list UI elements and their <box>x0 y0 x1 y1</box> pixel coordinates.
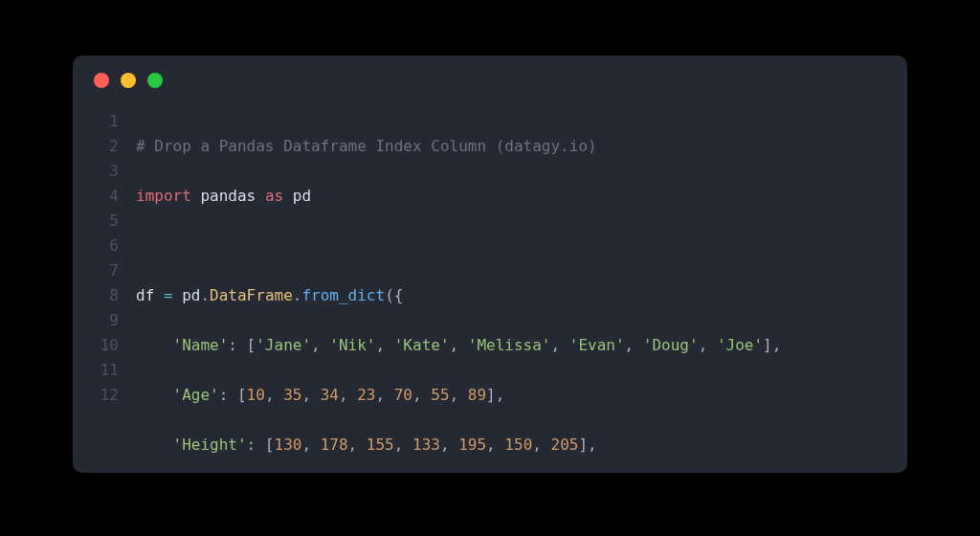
keyword: import <box>136 187 191 205</box>
line-number-gutter: 1 2 3 4 5 6 7 8 9 10 11 12 <box>73 109 130 473</box>
module: pandas <box>200 187 256 205</box>
minimize-icon[interactable] <box>121 73 136 88</box>
close-icon[interactable] <box>94 73 109 88</box>
comment: # Drop a Pandas Dataframe Index Column (… <box>136 137 597 155</box>
code-window: 1 2 3 4 5 6 7 8 9 10 11 12 # Drop a Pand… <box>73 56 907 473</box>
alias: pd <box>293 187 311 205</box>
line-number: 10 <box>73 333 119 358</box>
code-line: df = pd.DataFrame.from_dict({ <box>136 283 907 308</box>
code-line: import pandas as pd <box>136 184 907 209</box>
zoom-icon[interactable] <box>147 73 163 88</box>
line-number: 3 <box>73 159 119 184</box>
code-line: # Drop a Pandas Dataframe Index Column (… <box>136 134 907 159</box>
code-line: 'Age': [10, 35, 34, 23, 70, 55, 89], <box>136 383 907 408</box>
line-number: 5 <box>73 209 119 234</box>
line-number: 11 <box>73 358 119 383</box>
code-line: 'Name': ['Jane', 'Nik', 'Kate', 'Melissa… <box>136 333 907 358</box>
line-number: 8 <box>73 283 119 308</box>
code-line: 'Height': [130, 178, 155, 133, 195, 150,… <box>136 433 907 458</box>
keyword: as <box>265 187 283 205</box>
line-number: 2 <box>73 134 119 159</box>
code-line <box>136 234 907 258</box>
line-number: 4 <box>73 184 119 209</box>
code-area[interactable]: # Drop a Pandas Dataframe Index Column (… <box>130 109 907 473</box>
line-number: 9 <box>73 308 119 333</box>
titlebar <box>73 56 907 105</box>
line-number: 1 <box>73 109 119 134</box>
editor: 1 2 3 4 5 6 7 8 9 10 11 12 # Drop a Pand… <box>73 105 907 473</box>
line-number: 7 <box>73 258 119 283</box>
variable: df <box>136 286 154 304</box>
line-number: 6 <box>73 234 119 258</box>
line-number: 12 <box>73 383 119 408</box>
